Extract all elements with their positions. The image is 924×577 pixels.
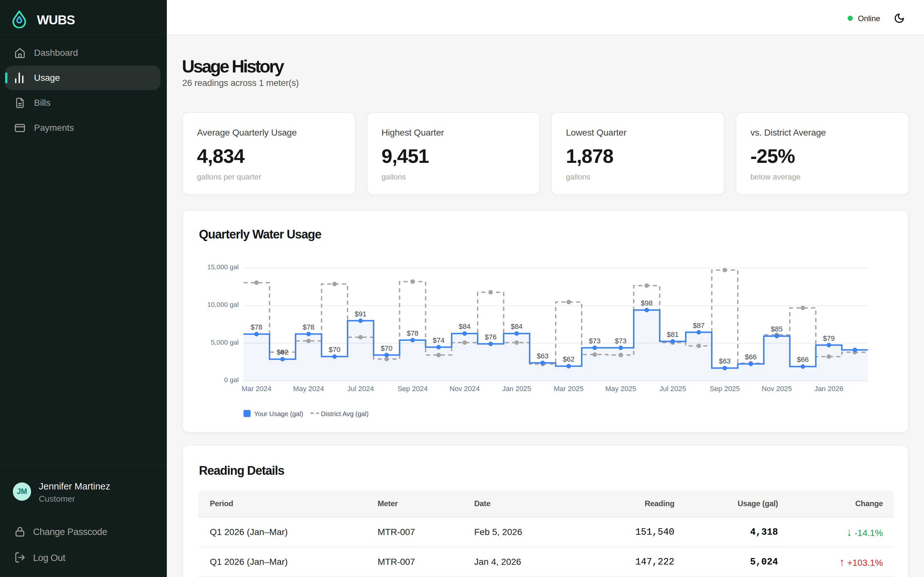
svg-text:Jan 2025: Jan 2025 xyxy=(502,385,531,393)
svg-text:$98: $98 xyxy=(641,299,653,307)
svg-text:$62: $62 xyxy=(276,348,288,356)
svg-text:$79: $79 xyxy=(823,334,835,342)
svg-text:$78: $78 xyxy=(250,323,262,331)
svg-text:Nov 2025: Nov 2025 xyxy=(762,385,792,393)
svg-text:Jul 2024: Jul 2024 xyxy=(347,385,374,393)
svg-text:Your Usage (gal): Your Usage (gal) xyxy=(254,410,303,417)
svg-text:$84: $84 xyxy=(511,322,523,330)
svg-text:0 gal: 0 gal xyxy=(224,376,239,384)
svg-text:$63: $63 xyxy=(719,357,731,365)
svg-text:$78: $78 xyxy=(302,323,314,331)
svg-text:15,000 gal: 15,000 gal xyxy=(207,263,239,271)
svg-text:$73: $73 xyxy=(589,337,601,345)
svg-text:5,000 gal: 5,000 gal xyxy=(211,338,239,346)
svg-text:$66: $66 xyxy=(797,356,809,364)
svg-text:$87: $87 xyxy=(693,322,705,330)
svg-text:$70: $70 xyxy=(381,344,393,352)
svg-text:$85: $85 xyxy=(771,325,783,333)
svg-text:10,000 gal: 10,000 gal xyxy=(207,301,239,308)
svg-text:$78: $78 xyxy=(407,329,419,337)
svg-text:May 2025: May 2025 xyxy=(605,385,636,393)
svg-text:$66: $66 xyxy=(745,353,757,361)
svg-text:Sep 2025: Sep 2025 xyxy=(710,385,740,393)
svg-text:Nov 2024: Nov 2024 xyxy=(449,385,480,393)
svg-text:$76: $76 xyxy=(485,333,497,341)
svg-text:May 2024: May 2024 xyxy=(293,385,324,393)
svg-text:$70: $70 xyxy=(328,346,341,354)
svg-text:$62: $62 xyxy=(563,355,575,363)
svg-text:Sep 2024: Sep 2024 xyxy=(397,385,428,393)
svg-text:$73: $73 xyxy=(615,337,627,345)
svg-text:Mar 2024: Mar 2024 xyxy=(242,385,271,393)
svg-text:District Avg (gal): District Avg (gal) xyxy=(321,410,368,417)
svg-text:$63: $63 xyxy=(537,352,549,360)
svg-text:Jul 2025: Jul 2025 xyxy=(659,385,686,393)
svg-text:$74: $74 xyxy=(433,336,445,344)
svg-text:$91: $91 xyxy=(355,310,367,318)
svg-text:Mar 2025: Mar 2025 xyxy=(554,385,583,393)
svg-text:$81: $81 xyxy=(667,330,679,338)
svg-text:Jan 2026: Jan 2026 xyxy=(814,385,843,393)
svg-text:$84: $84 xyxy=(459,322,471,330)
